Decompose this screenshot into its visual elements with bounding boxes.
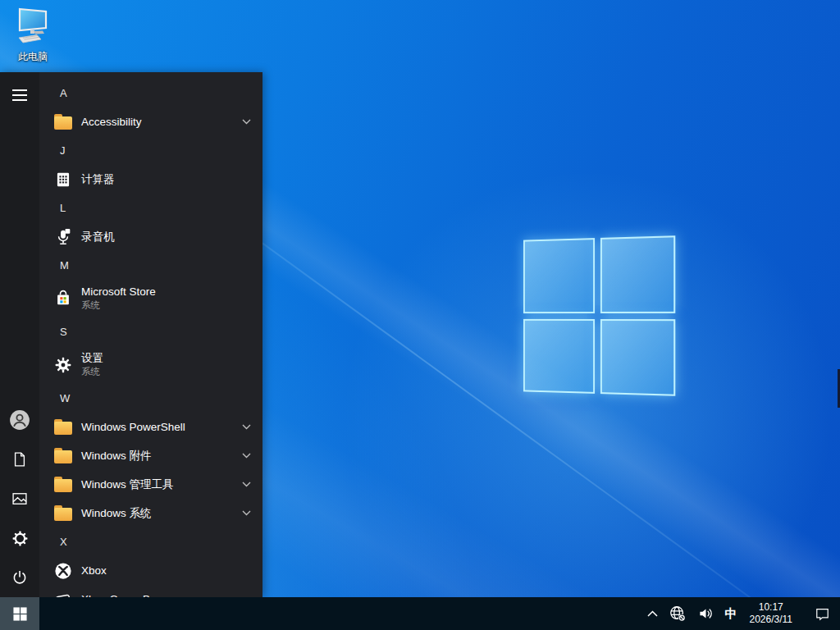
microphone-icon [53,227,73,247]
windows-logo-pane [600,235,675,313]
clock-time: 10:17 [750,601,793,614]
start-item-voice-recorder[interactable]: 录音机 [39,222,262,251]
start-item-windows-admin-tools[interactable]: Windows 管理工具 [39,470,262,499]
section-header-s: S [39,317,262,346]
start-item-calculator[interactable]: 计算器 [39,165,262,194]
pictures-icon[interactable] [0,479,39,518]
app-sublabel: 系统 [81,299,156,311]
start-item-accessibility[interactable]: Accessibility [39,107,262,136]
gear-icon [53,355,73,375]
power-icon[interactable] [0,558,39,597]
store-icon [53,289,73,308]
xbox-icon [53,561,73,581]
chevron-down-icon[interactable] [242,482,251,487]
taskbar-clock[interactable]: 10:17 2026/3/11 [746,601,797,626]
app-label: Windows 系统 [81,506,152,521]
folder-icon [53,112,73,132]
section-letter[interactable]: X [60,536,67,548]
start-app-list: A Accessibility J 计算器 [39,72,262,597]
section-letter[interactable]: A [60,87,67,99]
action-center-icon[interactable] [813,597,832,630]
start-item-settings[interactable]: 设置 系统 [39,346,262,384]
chevron-down-icon[interactable] [242,424,251,430]
folder-icon [53,418,73,437]
network-globe-icon[interactable] [667,597,688,630]
windows-logo-pane [600,319,675,396]
taskbar: 中 10:17 2026/3/11 [0,597,840,630]
start-item-windows-accessories[interactable]: Windows 附件 [39,441,262,470]
app-label: Accessibility [81,116,142,128]
section-letter[interactable]: M [60,259,69,272]
section-letter[interactable]: L [60,202,66,214]
app-label: Windows PowerShell [81,421,185,433]
windows-logo-pane [523,318,595,393]
section-header-l: L [39,194,262,222]
computer-monitor-icon [13,7,52,49]
section-header-w: W [39,384,262,413]
rail-spacer [0,115,39,400]
calculator-icon [53,170,73,189]
windows-logo-pane [523,238,595,313]
chevron-down-icon[interactable] [242,119,251,125]
volume-icon[interactable] [696,597,716,630]
taskbar-empty-area[interactable] [39,597,646,630]
section-header-x: X [39,527,262,556]
section-letter[interactable]: W [60,392,70,404]
app-label: Microsoft Store [81,285,156,299]
app-label: 设置 [81,352,103,366]
chevron-down-icon[interactable] [242,453,251,459]
start-button[interactable] [0,597,39,630]
app-label: 录音机 [81,230,115,244]
section-letter[interactable]: J [60,144,66,157]
folder-icon [53,446,73,466]
app-sublabel: 系统 [81,366,103,377]
windows-logo-wallpaper [523,235,675,396]
start-item-windows-system[interactable]: Windows 系统 [39,499,262,527]
tray-chevron-up-icon[interactable] [646,597,660,630]
start-menu-rail [0,72,39,597]
section-header-m: M [39,251,262,280]
folder-icon [53,504,73,523]
start-item-microsoft-store[interactable]: Microsoft Store 系统 [39,280,262,317]
system-tray: 中 10:17 2026/3/11 [646,597,840,630]
desktop-icon-label: 此电脑 [5,50,61,64]
clock-date: 2026/3/11 [750,614,793,626]
start-menu: A Accessibility J 计算器 [0,72,262,597]
section-letter[interactable]: S [60,326,67,338]
app-label: 计算器 [81,172,115,187]
user-account-icon[interactable] [0,400,39,440]
settings-gear-icon[interactable] [0,518,39,558]
folder-icon [53,475,73,495]
start-item-xbox[interactable]: Xbox [39,556,262,585]
start-item-windows-powershell[interactable]: Windows PowerShell [39,413,262,441]
hamburger-menu-icon[interactable] [0,75,39,115]
section-header-a: A [39,79,262,107]
app-label: Xbox [81,564,107,577]
windows-logo-icon [13,607,27,621]
app-label: Windows 管理工具 [81,477,174,492]
chevron-down-icon[interactable] [242,510,251,516]
desktop-icon-this-pc[interactable]: 此电脑 [5,7,61,64]
app-label: Windows 附件 [81,449,152,463]
section-header-j: J [39,136,262,165]
start-item-xbox-game-bar[interactable]: Xbox Game Bar [39,585,262,597]
gamebar-icon [53,590,73,598]
ime-indicator[interactable]: 中 [724,597,739,630]
documents-icon[interactable] [0,440,39,479]
